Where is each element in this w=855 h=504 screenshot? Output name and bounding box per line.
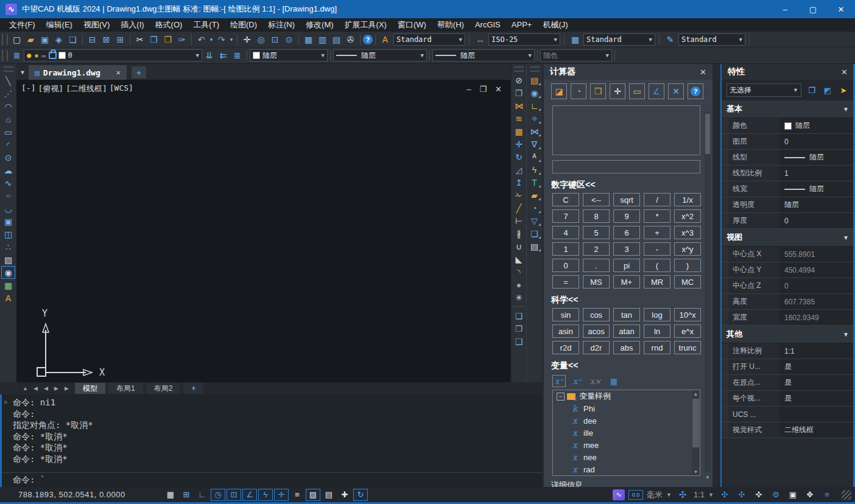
calc-key-7[interactable]: 7 [552,209,579,223]
table-style-combo[interactable]: Standard▼ [583,33,655,46]
calc-key-pi[interactable]: pi [613,259,640,272]
menu-文件(F)[interactable]: 文件(F) [4,18,41,32]
variable-item-mee[interactable]: xmee [553,439,700,451]
zoom-window-button[interactable]: ⊡ [268,33,282,46]
redo-button[interactable]: ↷ [214,33,228,46]
join-button[interactable]: ∪ [512,240,526,253]
toggle-pickadd-button[interactable]: ❐ [805,84,818,96]
property-value[interactable]: 1:1 [779,343,854,359]
save-button[interactable]: ▣ [38,33,52,46]
layer-lock-icon[interactable] [49,52,57,59]
attach-button[interactable]: ✇ [343,33,357,46]
toolbar-grip[interactable] [2,34,8,45]
calculator-history-box[interactable] [552,105,700,155]
chevron-down-icon[interactable]: ▼ [649,37,652,43]
calc-key-5[interactable]: 5 [583,226,610,239]
section-header-基本[interactable]: 基本▼ [722,100,854,118]
toolbar-grip[interactable] [4,66,13,72]
calc-key-e^x[interactable]: e^x [674,324,701,338]
chevron-down-icon[interactable]: ▼ [666,492,672,498]
get-coordinates-button[interactable]: ✛ [610,83,625,99]
variable-folder[interactable]: −变量样例 [553,390,700,402]
property-value[interactable]: 1602.9349 [779,310,854,325]
viewport-close-button[interactable]: ✕ [495,85,502,94]
prev-layout-button[interactable]: ◀ [41,383,51,393]
text-case-button[interactable]: ᴬ [527,150,541,163]
property-value[interactable] [779,407,854,422]
annotation-add-icon[interactable]: ✚ [337,489,352,501]
scroll-thumb[interactable] [705,114,710,154]
viewport-minimize-button[interactable]: – [466,85,471,94]
return-to-calculator-button[interactable]: ▦ [607,375,621,387]
calc-key-3[interactable]: 3 [613,242,640,256]
undo-dropdown[interactable]: ▾ [208,33,214,46]
property-value[interactable]: 是 [779,375,854,390]
doc-help-button[interactable]: ▤ [527,240,541,253]
chevron-down-icon[interactable]: ▼ [554,37,557,43]
paste-button[interactable]: ❒ [161,33,175,46]
new-variable-button[interactable]: x⁺ [552,375,566,387]
calculator-close-button[interactable]: ✕ [700,68,706,77]
calc-key-abs[interactable]: abs [613,341,640,354]
plotstyle-combo[interactable]: 随色▼ [540,49,612,61]
chevron-down-icon[interactable]: ▼ [196,52,199,58]
new-file-button[interactable]: ▢ [10,33,24,46]
calculator-scrollbar[interactable]: ▼ [705,111,711,472]
calc-key-10^x[interactable]: 10^x [674,308,701,321]
calc-key--[interactable]: - [644,242,670,256]
calc-key-sqrt[interactable]: sqrt [613,193,640,206]
command-history-toggle[interactable]: ▲ [20,383,30,393]
layer-manager-button[interactable]: ≣ [10,49,24,62]
calc-key-M+[interactable]: M+ [613,275,640,289]
property-value[interactable]: 随层 [779,118,854,133]
windows-button[interactable]: ❏ [527,227,541,240]
zoom-previous-button[interactable]: ⊙ [282,33,296,46]
revcloud-tool[interactable]: ☁ [1,164,15,177]
color-combo[interactable]: 随层▼ [250,49,328,61]
table-tool[interactable]: ▦ [1,279,15,292]
rectangle-tool[interactable]: ▭ [1,125,15,138]
scroll-thumb[interactable] [692,399,699,447]
chevron-down-icon[interactable]: ▼ [322,52,325,58]
filter-button[interactable]: ▽ [527,214,541,227]
match-properties-button[interactable]: ✑ [175,33,189,46]
viewport-control-1[interactable]: [俯视] [38,83,63,94]
layout-add-button[interactable]: + [183,383,203,394]
menu-编辑(E)[interactable]: 编辑(E) [41,18,78,32]
layout-tab-模型[interactable]: 模型 [75,383,105,394]
trim-button[interactable]: ✁ [512,189,526,201]
history-button[interactable]: ◔ [571,83,586,99]
lineweight-display-icon[interactable]: ≡ [290,489,304,501]
calculator-input-field[interactable] [552,160,700,173]
status-menu-icon[interactable]: ≡ [820,489,834,501]
pan-button[interactable]: ✛ [240,33,254,46]
transparency-icon[interactable]: ▨ [306,489,320,501]
property-value[interactable]: 二维线框 [779,422,854,438]
section-header-视图[interactable]: 视图▼ [722,229,854,247]
layer-plot-icon[interactable]: ▭ [41,52,45,59]
calc-key-([interactable]: ( [644,259,670,272]
annotation-scale-icon[interactable]: ✣ [675,489,690,501]
layer-tools-button[interactable]: ▰ [527,189,541,201]
draworder-front-button[interactable]: ❏ [512,309,526,322]
menu-窗口(W)[interactable]: 窗口(W) [392,18,432,32]
calc-key-tan[interactable]: tan [613,308,640,321]
menu-APP+[interactable]: APP+ [506,18,538,32]
calc-key-d2r[interactable]: d2r [583,341,610,354]
annotation-refresh-icon[interactable]: ↻ [353,489,368,501]
calc-key-MS[interactable]: MS [583,275,610,289]
calc-key-0[interactable]: 0 [552,259,579,272]
grid-display-icon[interactable]: ▦ [163,489,178,501]
dynamic-input-icon[interactable]: ✛ [274,489,289,501]
ellipse-tool[interactable]: ○ [1,191,15,200]
draworder-back-button[interactable]: ❐ [512,322,526,335]
property-value[interactable]: 随层 [779,197,854,212]
hardware-accel-icon[interactable]: ▣ [786,489,800,501]
property-value[interactable]: 0 [779,213,854,228]
zoom-realtime-button[interactable]: ◎ [254,33,268,46]
new-document-button[interactable]: + [132,66,146,79]
calc-key-atan[interactable]: atan [613,324,640,338]
scientific-section-label[interactable]: 科学<< [551,295,712,306]
calc-key-C[interactable]: C [552,193,579,206]
calc-key-2[interactable]: 2 [583,242,610,256]
